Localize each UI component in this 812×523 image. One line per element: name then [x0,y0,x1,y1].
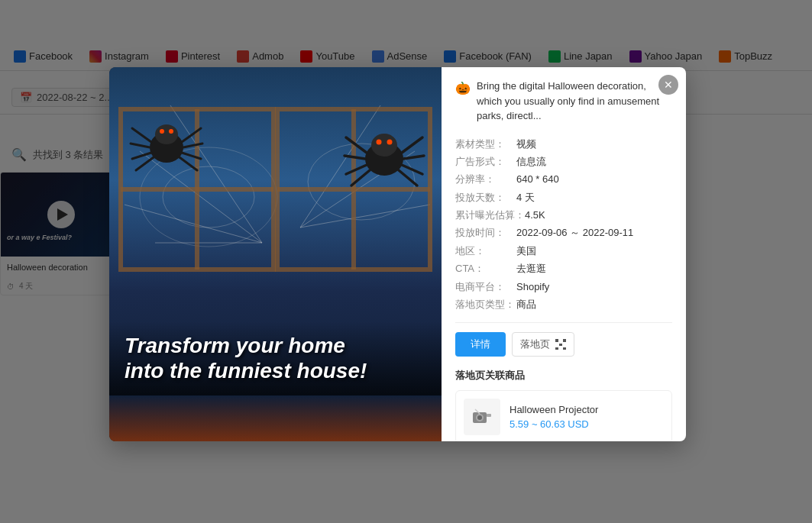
info-row-impressions: 累计曝光估算： 4.5K [455,206,672,224]
spider-right [342,113,426,189]
info-key-material-type: 素材类型： [455,135,516,153]
info-row-landing-type: 落地页类型： 商品 [455,295,672,313]
svg-line-24 [182,128,201,142]
svg-point-30 [377,140,382,145]
svg-line-20 [132,128,151,142]
svg-line-27 [180,157,197,170]
ad-description-text: Bring the digital Halloween decoration, … [477,79,672,124]
svg-line-33 [345,156,365,159]
info-val-platform: Shopify [516,278,549,295]
product-info: Halloween Projector 5.59 ~ 60.63 USD [510,404,598,430]
info-val-material-type: 视频 [516,135,536,153]
divider [455,322,672,323]
info-row-ad-form: 广告形式： 信息流 [455,153,672,170]
action-buttons: 详情 落地页 [455,332,672,357]
svg-point-17 [155,124,178,144]
svg-point-18 [160,129,164,134]
info-key-cta: CTA： [455,260,516,277]
svg-line-34 [346,165,367,174]
info-row-resolution: 分辨率： 640 * 640 [455,170,672,188]
svg-rect-43 [487,414,491,417]
svg-point-19 [169,129,173,134]
landing-page-label: 落地页 [520,337,550,351]
product-price: 5.59 ~ 60.63 USD [510,418,598,430]
info-key-landing-type: 落地页类型： [455,295,516,313]
detail-button[interactable]: 详情 [455,332,506,357]
product-image [470,405,494,429]
svg-line-8 [300,205,430,228]
info-val-days: 4 天 [516,189,535,206]
svg-point-42 [477,415,482,420]
svg-line-36 [402,137,422,153]
info-val-region: 美国 [516,242,536,260]
info-row-cta: CTA： 去逛逛 [455,260,672,277]
svg-line-23 [136,157,154,170]
landing-products-title: 落地页关联商品 [455,369,672,383]
svg-line-32 [346,137,367,153]
info-fields: 素材类型： 视频 广告形式： 信息流 分辨率： 640 * 640 投放天数： … [455,135,672,314]
svg-line-35 [351,170,370,186]
pumpkin-icon: 🎃 [455,79,471,98]
product-name: Halloween Projector [510,404,598,415]
ad-description: 🎃 Bring the digital Halloween decoration… [455,79,672,124]
info-row-region: 地区： 美国 [455,242,672,260]
ad-detail-modal: ✕ [109,67,686,441]
info-val-impressions: 4.5K [525,206,545,224]
modal-info-panel: 🎃 Bring the digital Halloween decoration… [442,67,686,441]
video-text-line2: into the funniest house! [125,359,367,383]
info-key-region: 地区： [455,242,516,260]
info-key-date-range: 投放时间： [455,224,516,241]
qr-icon [555,339,566,350]
svg-point-29 [371,134,397,157]
info-row-days: 投放天数： 4 天 [455,189,672,206]
landing-page-button[interactable]: 落地页 [512,332,574,357]
video-text-overlay: Transform your home into the funniest ho… [109,321,442,395]
info-val-resolution: 640 * 640 [516,170,559,188]
info-row-date-range: 投放时间： 2022-09-06 ～ 2022-09-11 [455,224,672,241]
video-main-text: Transform your home into the funniest ho… [125,333,426,384]
video-bottom-glow [109,395,442,441]
info-val-landing-type: 商品 [516,295,536,313]
info-row-platform: 电商平台： Shopify [455,278,672,295]
svg-point-4 [163,166,254,228]
info-key-platform: 电商平台： [455,278,516,295]
info-key-ad-form: 广告形式： [455,153,516,170]
info-key-resolution: 分辨率： [455,170,516,188]
svg-line-22 [132,153,151,159]
product-card[interactable]: Halloween Projector 5.59 ~ 60.63 USD [455,390,672,441]
svg-line-25 [183,144,202,147]
modal-close-button[interactable]: ✕ [658,75,678,95]
svg-line-26 [182,153,201,159]
svg-line-38 [402,165,422,174]
video-text-line1: Transform your home [125,334,345,357]
info-key-impressions: 累计曝光估算： [455,206,525,224]
info-key-days: 投放天数： [455,189,516,206]
svg-line-39 [399,170,417,186]
spider-left [128,105,205,174]
svg-line-2 [125,205,262,243]
info-val-date-range: 2022-09-06 ～ 2022-09-11 [516,224,633,241]
video-scene: Transform your home into the funniest ho… [109,67,442,441]
info-row-material-type: 素材类型： 视频 [455,135,672,153]
modal-video-panel: Transform your home into the funniest ho… [109,67,442,441]
close-icon: ✕ [664,79,673,91]
svg-point-31 [387,140,393,145]
info-val-cta: 去逛逛 [516,260,546,277]
info-val-ad-form: 信息流 [516,153,546,170]
svg-line-21 [131,144,150,147]
product-thumbnail [464,399,500,435]
svg-line-37 [403,156,424,159]
